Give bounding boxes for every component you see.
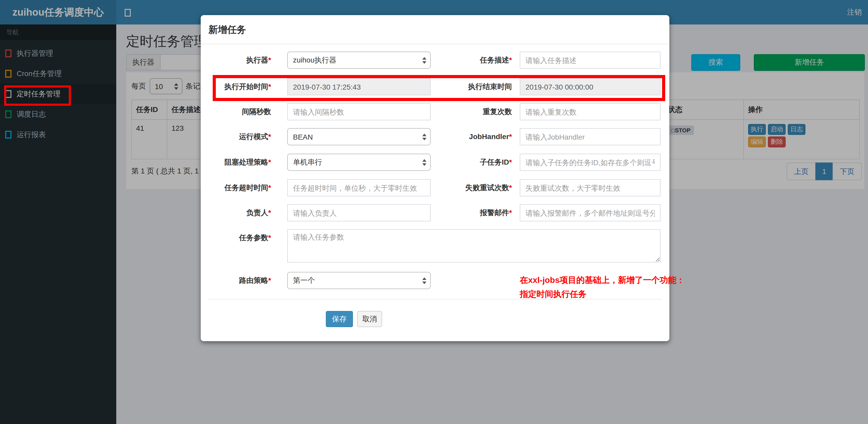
form-row-owner-email: 负责人* 报警邮件* — [201, 204, 670, 221]
retry-count-input[interactable] — [520, 179, 660, 196]
form-row-gluetype-handler: 运行模式* BEAN JobHandler* — [201, 128, 670, 145]
end-time-label: 执行结束时间 — [420, 78, 512, 95]
owner-input[interactable] — [287, 204, 431, 221]
interval-label: 间隔秒数 — [201, 103, 271, 120]
modal-footer-divider — [209, 299, 661, 299]
child-job-label: 子任务ID* — [420, 154, 512, 171]
modal-header: 新增任务 — [201, 15, 670, 44]
executor-select[interactable]: zuihou执行器 — [287, 52, 431, 69]
form-row-executor-desc: 执行器* zuihou执行器 任务描述* — [201, 52, 670, 69]
start-time-label: 执行开始时间* — [201, 78, 271, 95]
job-param-label: 任务参数* — [201, 229, 271, 247]
timeout-label: 任务超时时间* — [201, 179, 271, 196]
feature-note: 在xxl-jobs项目的基础上，新增了一个功能： 指定时间执行任务 — [520, 273, 685, 301]
start-time-input[interactable] — [287, 78, 431, 95]
job-handler-input[interactable] — [520, 128, 660, 145]
block-strategy-label: 阻塞处理策略* — [201, 154, 271, 171]
form-row-start-end-time: 执行开始时间* 执行结束时间 — [201, 78, 670, 95]
glue-type-label: 运行模式* — [201, 128, 271, 145]
save-button[interactable]: 保存 — [326, 311, 353, 327]
job-handler-label: JobHandler* — [420, 128, 512, 145]
alarm-email-label: 报警邮件* — [420, 204, 512, 221]
form-row-job-param: 任务参数* — [201, 229, 670, 263]
block-strategy-select[interactable]: 单机串行 — [287, 154, 431, 171]
route-strategy-select[interactable]: 第一个 — [287, 272, 431, 289]
interval-input[interactable] — [287, 103, 431, 120]
retry-count-label: 失败重试次数* — [420, 179, 512, 196]
repeat-count-input[interactable] — [520, 103, 660, 120]
executor-label: 执行器* — [201, 52, 271, 69]
end-time-input[interactable] — [520, 78, 660, 95]
repeat-count-label: 重复次数 — [420, 103, 512, 120]
job-param-textarea[interactable] — [287, 229, 660, 263]
owner-label: 负责人* — [201, 204, 271, 221]
glue-type-select[interactable]: BEAN — [287, 128, 431, 145]
child-job-input[interactable] — [520, 154, 660, 171]
form-row-block-childjob: 阻塞处理策略* 单机串行 子任务ID* — [201, 154, 670, 171]
task-desc-input[interactable] — [520, 52, 660, 69]
timeout-input[interactable] — [287, 179, 431, 196]
form-row-interval-repeat: 间隔秒数 重复次数 — [201, 103, 670, 120]
route-strategy-label: 路由策略* — [201, 272, 271, 289]
form-row-timeout-retry: 任务超时时间* 失败重试次数* — [201, 179, 670, 196]
alarm-email-input[interactable] — [520, 204, 660, 221]
cancel-button[interactable]: 取消 — [357, 311, 382, 327]
feature-note-line1: 在xxl-jobs项目的基础上，新增了一个功能： — [520, 273, 685, 287]
app-window: zuihou任务调度中心 注销 导航 执行器管理 Cron任务管理 定时任务管理… — [0, 0, 868, 424]
modal-title: 新增任务 — [209, 23, 246, 36]
select-arrows-icon — [422, 277, 427, 284]
add-task-modal: 新增任务 执行器* zuihou执行器 任务描述* 执行开始时间* 执行结束时间… — [201, 15, 670, 341]
task-desc-label: 任务描述* — [420, 52, 512, 69]
